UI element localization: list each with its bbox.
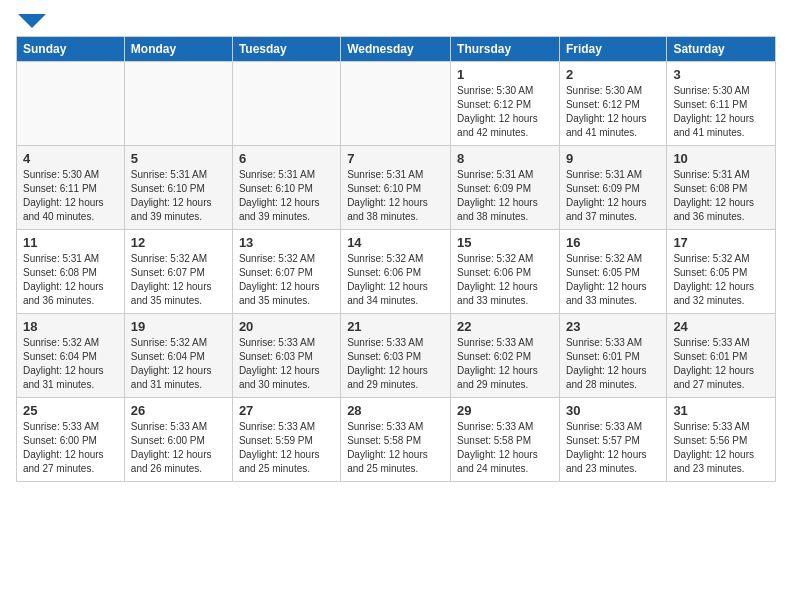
day-info: Sunrise: 5:33 AM Sunset: 5:58 PM Dayligh… xyxy=(347,420,444,476)
day-info: Sunrise: 5:33 AM Sunset: 6:00 PM Dayligh… xyxy=(23,420,118,476)
calendar-cell: 1Sunrise: 5:30 AM Sunset: 6:12 PM Daylig… xyxy=(451,62,560,146)
calendar-cell: 27Sunrise: 5:33 AM Sunset: 5:59 PM Dayli… xyxy=(232,398,340,482)
day-info: Sunrise: 5:33 AM Sunset: 6:03 PM Dayligh… xyxy=(347,336,444,392)
day-number: 25 xyxy=(23,403,118,418)
calendar-week-row: 18Sunrise: 5:32 AM Sunset: 6:04 PM Dayli… xyxy=(17,314,776,398)
day-number: 30 xyxy=(566,403,660,418)
day-number: 20 xyxy=(239,319,334,334)
day-info: Sunrise: 5:33 AM Sunset: 6:03 PM Dayligh… xyxy=(239,336,334,392)
day-info: Sunrise: 5:32 AM Sunset: 6:06 PM Dayligh… xyxy=(347,252,444,308)
day-info: Sunrise: 5:33 AM Sunset: 5:56 PM Dayligh… xyxy=(673,420,769,476)
day-number: 8 xyxy=(457,151,553,166)
day-number: 14 xyxy=(347,235,444,250)
weekday-header-thursday: Thursday xyxy=(451,37,560,62)
calendar-cell xyxy=(232,62,340,146)
calendar-week-row: 1Sunrise: 5:30 AM Sunset: 6:12 PM Daylig… xyxy=(17,62,776,146)
logo-arrow-icon xyxy=(18,14,46,28)
calendar-cell: 12Sunrise: 5:32 AM Sunset: 6:07 PM Dayli… xyxy=(124,230,232,314)
calendar-cell: 23Sunrise: 5:33 AM Sunset: 6:01 PM Dayli… xyxy=(559,314,666,398)
calendar-cell: 5Sunrise: 5:31 AM Sunset: 6:10 PM Daylig… xyxy=(124,146,232,230)
calendar-cell: 8Sunrise: 5:31 AM Sunset: 6:09 PM Daylig… xyxy=(451,146,560,230)
calendar-header-row: SundayMondayTuesdayWednesdayThursdayFrid… xyxy=(17,37,776,62)
day-number: 17 xyxy=(673,235,769,250)
day-number: 21 xyxy=(347,319,444,334)
day-number: 15 xyxy=(457,235,553,250)
day-info: Sunrise: 5:31 AM Sunset: 6:08 PM Dayligh… xyxy=(23,252,118,308)
day-number: 28 xyxy=(347,403,444,418)
calendar-cell xyxy=(17,62,125,146)
day-number: 11 xyxy=(23,235,118,250)
day-info: Sunrise: 5:30 AM Sunset: 6:12 PM Dayligh… xyxy=(566,84,660,140)
day-number: 7 xyxy=(347,151,444,166)
calendar-cell: 22Sunrise: 5:33 AM Sunset: 6:02 PM Dayli… xyxy=(451,314,560,398)
day-info: Sunrise: 5:33 AM Sunset: 6:00 PM Dayligh… xyxy=(131,420,226,476)
day-number: 9 xyxy=(566,151,660,166)
calendar-cell: 25Sunrise: 5:33 AM Sunset: 6:00 PM Dayli… xyxy=(17,398,125,482)
day-info: Sunrise: 5:30 AM Sunset: 6:11 PM Dayligh… xyxy=(673,84,769,140)
weekday-header-saturday: Saturday xyxy=(667,37,776,62)
day-number: 18 xyxy=(23,319,118,334)
calendar-cell: 4Sunrise: 5:30 AM Sunset: 6:11 PM Daylig… xyxy=(17,146,125,230)
day-info: Sunrise: 5:31 AM Sunset: 6:09 PM Dayligh… xyxy=(457,168,553,224)
weekday-header-wednesday: Wednesday xyxy=(341,37,451,62)
day-number: 13 xyxy=(239,235,334,250)
day-number: 4 xyxy=(23,151,118,166)
day-number: 16 xyxy=(566,235,660,250)
calendar-cell: 28Sunrise: 5:33 AM Sunset: 5:58 PM Dayli… xyxy=(341,398,451,482)
calendar-cell xyxy=(124,62,232,146)
day-number: 26 xyxy=(131,403,226,418)
calendar-cell: 19Sunrise: 5:32 AM Sunset: 6:04 PM Dayli… xyxy=(124,314,232,398)
calendar-cell: 31Sunrise: 5:33 AM Sunset: 5:56 PM Dayli… xyxy=(667,398,776,482)
calendar-cell: 14Sunrise: 5:32 AM Sunset: 6:06 PM Dayli… xyxy=(341,230,451,314)
day-number: 12 xyxy=(131,235,226,250)
calendar-cell: 13Sunrise: 5:32 AM Sunset: 6:07 PM Dayli… xyxy=(232,230,340,314)
calendar-cell: 2Sunrise: 5:30 AM Sunset: 6:12 PM Daylig… xyxy=(559,62,666,146)
day-number: 19 xyxy=(131,319,226,334)
calendar-cell: 17Sunrise: 5:32 AM Sunset: 6:05 PM Dayli… xyxy=(667,230,776,314)
day-info: Sunrise: 5:32 AM Sunset: 6:04 PM Dayligh… xyxy=(131,336,226,392)
day-info: Sunrise: 5:32 AM Sunset: 6:04 PM Dayligh… xyxy=(23,336,118,392)
day-number: 5 xyxy=(131,151,226,166)
calendar-week-row: 4Sunrise: 5:30 AM Sunset: 6:11 PM Daylig… xyxy=(17,146,776,230)
logo xyxy=(16,16,46,24)
calendar-cell: 26Sunrise: 5:33 AM Sunset: 6:00 PM Dayli… xyxy=(124,398,232,482)
day-number: 1 xyxy=(457,67,553,82)
weekday-header-friday: Friday xyxy=(559,37,666,62)
day-info: Sunrise: 5:31 AM Sunset: 6:10 PM Dayligh… xyxy=(347,168,444,224)
day-info: Sunrise: 5:30 AM Sunset: 6:11 PM Dayligh… xyxy=(23,168,118,224)
calendar-cell: 18Sunrise: 5:32 AM Sunset: 6:04 PM Dayli… xyxy=(17,314,125,398)
day-info: Sunrise: 5:32 AM Sunset: 6:07 PM Dayligh… xyxy=(131,252,226,308)
day-info: Sunrise: 5:30 AM Sunset: 6:12 PM Dayligh… xyxy=(457,84,553,140)
day-info: Sunrise: 5:33 AM Sunset: 5:58 PM Dayligh… xyxy=(457,420,553,476)
day-number: 3 xyxy=(673,67,769,82)
weekday-header-sunday: Sunday xyxy=(17,37,125,62)
day-info: Sunrise: 5:32 AM Sunset: 6:05 PM Dayligh… xyxy=(566,252,660,308)
calendar-cell: 20Sunrise: 5:33 AM Sunset: 6:03 PM Dayli… xyxy=(232,314,340,398)
day-number: 23 xyxy=(566,319,660,334)
day-info: Sunrise: 5:33 AM Sunset: 6:02 PM Dayligh… xyxy=(457,336,553,392)
calendar-table: SundayMondayTuesdayWednesdayThursdayFrid… xyxy=(16,36,776,482)
day-info: Sunrise: 5:33 AM Sunset: 6:01 PM Dayligh… xyxy=(566,336,660,392)
calendar-cell: 7Sunrise: 5:31 AM Sunset: 6:10 PM Daylig… xyxy=(341,146,451,230)
calendar-cell: 15Sunrise: 5:32 AM Sunset: 6:06 PM Dayli… xyxy=(451,230,560,314)
day-info: Sunrise: 5:31 AM Sunset: 6:10 PM Dayligh… xyxy=(239,168,334,224)
calendar-cell: 10Sunrise: 5:31 AM Sunset: 6:08 PM Dayli… xyxy=(667,146,776,230)
calendar-cell: 16Sunrise: 5:32 AM Sunset: 6:05 PM Dayli… xyxy=(559,230,666,314)
day-number: 29 xyxy=(457,403,553,418)
day-number: 2 xyxy=(566,67,660,82)
calendar-cell: 24Sunrise: 5:33 AM Sunset: 6:01 PM Dayli… xyxy=(667,314,776,398)
day-number: 27 xyxy=(239,403,334,418)
day-number: 22 xyxy=(457,319,553,334)
calendar-cell xyxy=(341,62,451,146)
calendar-cell: 29Sunrise: 5:33 AM Sunset: 5:58 PM Dayli… xyxy=(451,398,560,482)
calendar-cell: 9Sunrise: 5:31 AM Sunset: 6:09 PM Daylig… xyxy=(559,146,666,230)
day-info: Sunrise: 5:32 AM Sunset: 6:06 PM Dayligh… xyxy=(457,252,553,308)
day-number: 31 xyxy=(673,403,769,418)
day-info: Sunrise: 5:32 AM Sunset: 6:05 PM Dayligh… xyxy=(673,252,769,308)
day-number: 6 xyxy=(239,151,334,166)
calendar-cell: 21Sunrise: 5:33 AM Sunset: 6:03 PM Dayli… xyxy=(341,314,451,398)
day-info: Sunrise: 5:33 AM Sunset: 5:57 PM Dayligh… xyxy=(566,420,660,476)
day-number: 24 xyxy=(673,319,769,334)
svg-marker-0 xyxy=(18,14,46,28)
calendar-cell: 3Sunrise: 5:30 AM Sunset: 6:11 PM Daylig… xyxy=(667,62,776,146)
